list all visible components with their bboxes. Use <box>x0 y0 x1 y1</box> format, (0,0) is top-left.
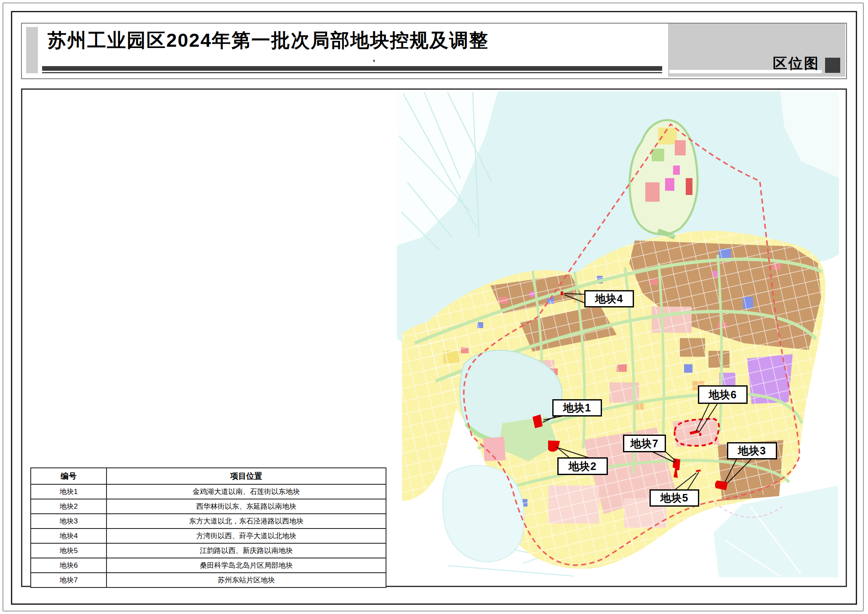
plan-sheet: 苏州工业园区2024年第一批次局部地块控规及调整 ' 区位图 <box>0 0 868 614</box>
table-row: 地块2 西华林街以东、东延路以南地块 <box>31 499 386 514</box>
plot-id: 地块6 <box>31 558 107 573</box>
callout-plot-4: 地块4 <box>584 290 634 307</box>
table-row: 地块5 江韵路以西、新庆路以南地块 <box>31 543 386 558</box>
table-row: 地块7 苏州东站片区地块 <box>31 573 386 587</box>
callout-plot-6: 地块6 <box>698 385 748 404</box>
callout-plot-3: 地块3 <box>727 442 777 459</box>
plot-location: 东方大道以北，东石泾港路以西地块 <box>107 514 386 529</box>
column-header-id: 编号 <box>31 468 107 484</box>
title-underline-thin <box>42 72 662 73</box>
plot-legend-table: 编号 项目位置 地块1 金鸡湖大道以南、石莲街以东地块 地块2 西华林街以东、东… <box>30 467 386 588</box>
plot-id: 地块3 <box>31 514 107 529</box>
plot-id: 地块1 <box>31 484 107 499</box>
page-title: 苏州工业园区2024年第一批次局部地块控规及调整 <box>48 28 489 53</box>
plot-id: 地块4 <box>31 529 107 543</box>
title-underline-thick <box>42 66 662 71</box>
table-row: 地块3 东方大道以北，东石泾港路以西地块 <box>31 514 386 529</box>
plot-location: 金鸡湖大道以南、石莲街以东地块 <box>107 484 386 499</box>
plot-location: 西华林街以东、东延路以南地块 <box>107 499 386 514</box>
plot-4-marker <box>561 291 563 295</box>
plot-location: 苏州东站片区地块 <box>107 573 386 587</box>
plot-location: 方湾街以西、葑亭大道以北地块 <box>107 529 386 543</box>
table-header-row: 编号 项目位置 <box>31 468 386 484</box>
table-row: 地块4 方湾街以西、葑亭大道以北地块 <box>31 529 386 543</box>
sheet-type-label: 区位图 <box>773 54 820 73</box>
plot-id: 地块2 <box>31 499 107 514</box>
table-row: 地块6 桑田科学岛北岛片区局部地块 <box>31 558 386 573</box>
title-tick-mark: ' <box>373 58 375 68</box>
callout-plot-2: 地块2 <box>557 457 608 475</box>
column-header-location: 项目位置 <box>107 468 386 484</box>
corner-square-marker <box>825 58 840 73</box>
header-accent-bar <box>26 27 38 73</box>
plot-id: 地块5 <box>31 543 107 558</box>
plot-id: 地块7 <box>31 573 107 587</box>
callout-plot-7: 地块7 <box>623 435 666 452</box>
table-row: 地块1 金鸡湖大道以南、石莲街以东地块 <box>31 484 386 499</box>
callout-plot-5: 地块5 <box>650 489 699 507</box>
plot-location: 桑田科学岛北岛片区局部地块 <box>107 558 386 573</box>
callout-plot-1: 地块1 <box>552 399 602 416</box>
plot-location: 江韵路以西、新庆路以南地块 <box>107 543 386 558</box>
